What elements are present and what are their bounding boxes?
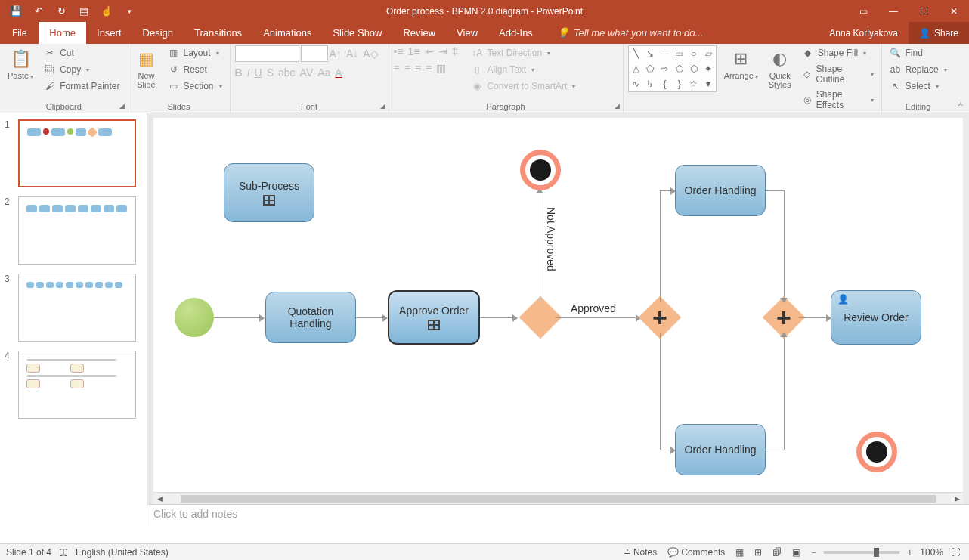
start-from-beginning-icon[interactable]: ▤: [74, 2, 94, 21]
increase-font-icon[interactable]: A↑: [330, 48, 342, 60]
convert-smartart-button[interactable]: ◉Convert to SmartArt▾: [468, 79, 578, 94]
collapse-ribbon-icon[interactable]: ㅅ: [957, 99, 964, 110]
slide-thumbnail-2[interactable]: [18, 196, 136, 265]
bpmn-task-order-handling-top[interactable]: Order Handling: [675, 165, 766, 216]
slide-thumbnail-3[interactable]: [18, 274, 136, 342]
qat-customize-icon[interactable]: ▾: [119, 2, 139, 21]
bpmn-task-review[interactable]: 👤 Review Order: [831, 290, 921, 345]
tell-me-search[interactable]: 💡 Tell me what you want to do...: [557, 22, 704, 44]
bpmn-terminate-end-event-final[interactable]: [856, 432, 897, 472]
underline-icon[interactable]: U: [255, 67, 262, 79]
fit-to-window-icon[interactable]: ⛶: [948, 547, 963, 558]
tab-transitions[interactable]: Transitions: [184, 22, 252, 44]
bpmn-task-approve[interactable]: Approve Order: [388, 290, 480, 345]
tab-slideshow[interactable]: Slide Show: [322, 22, 392, 44]
notes-pane[interactable]: Click to add notes: [147, 504, 969, 525]
char-spacing-icon[interactable]: AV: [300, 67, 314, 79]
zoom-in-icon[interactable]: +: [904, 547, 915, 558]
share-button[interactable]: 👤 Share: [909, 22, 969, 44]
shape-outline-button[interactable]: ◇Shape Outline▾: [799, 62, 877, 86]
scroll-right-icon[interactable]: ▶: [951, 493, 963, 505]
tab-review[interactable]: Review: [392, 22, 446, 44]
tab-insert[interactable]: Insert: [86, 22, 132, 44]
slideshow-view-icon[interactable]: ▣: [789, 547, 803, 558]
change-case-icon[interactable]: Aa: [317, 67, 330, 79]
bold-icon[interactable]: B: [235, 67, 243, 79]
bpmn-terminate-end-event[interactable]: [520, 150, 561, 190]
paragraph-launcher-icon[interactable]: ◢: [615, 102, 620, 110]
line-spacing-icon[interactable]: ‡: [452, 45, 458, 57]
font-size-input[interactable]: [301, 45, 328, 62]
spellcheck-icon[interactable]: 🕮: [59, 547, 68, 558]
maximize-icon[interactable]: ☐: [909, 0, 939, 22]
align-text-button[interactable]: ▯Align Text▾: [468, 62, 578, 77]
strikethrough-icon[interactable]: abc: [278, 67, 296, 79]
font-color-icon[interactable]: A: [335, 67, 342, 79]
tab-animations[interactable]: Animations: [252, 22, 322, 44]
slide-canvas[interactable]: Sub-Process Quotation Handling Approve O…: [153, 118, 963, 492]
normal-view-icon[interactable]: ▦: [732, 547, 747, 558]
decrease-font-icon[interactable]: A↓: [346, 48, 358, 60]
tab-view[interactable]: View: [446, 22, 488, 44]
signed-in-user[interactable]: Anna Korlyakova: [822, 28, 906, 39]
font-family-input[interactable]: [235, 45, 299, 62]
clipboard-launcher-icon[interactable]: ◢: [119, 102, 125, 110]
minimize-icon[interactable]: —: [878, 0, 909, 22]
align-center-icon[interactable]: ≡: [404, 62, 410, 74]
replace-button[interactable]: abReplace▾: [887, 62, 950, 77]
slide-thumbnail-1[interactable]: [18, 119, 136, 187]
align-left-icon[interactable]: ≡: [394, 62, 400, 74]
tab-addins[interactable]: Add-Ins: [488, 22, 543, 44]
paste-button[interactable]: 📋 Paste▾: [5, 45, 36, 81]
tab-file[interactable]: File: [0, 22, 39, 44]
shapes-gallery[interactable]: ╲↘—▭○▱ △⬠⇨⬠⬡✦ ∿↳{}☆▾: [628, 45, 717, 92]
align-right-icon[interactable]: ≡: [415, 62, 421, 74]
scroll-left-icon[interactable]: ◀: [153, 493, 166, 505]
redo-icon[interactable]: ↻: [51, 2, 71, 21]
format-painter-button[interactable]: 🖌Format Painter: [41, 79, 122, 94]
language-indicator[interactable]: English (United States): [76, 547, 169, 558]
cut-button[interactable]: ✂Cut: [41, 45, 122, 60]
tab-design[interactable]: Design: [132, 22, 184, 44]
bpmn-subprocess[interactable]: Sub-Process: [224, 163, 314, 222]
bpmn-start-event[interactable]: [175, 298, 214, 337]
shape-effects-button[interactable]: ◎Shape Effects▾: [799, 88, 877, 112]
bpmn-task-quotation[interactable]: Quotation Handling: [265, 292, 356, 343]
zoom-out-icon[interactable]: −: [808, 547, 819, 558]
text-direction-button[interactable]: ↕AText Direction▾: [468, 45, 578, 60]
new-slide-button[interactable]: ▦ New Slide: [133, 45, 160, 89]
increase-indent-icon[interactable]: ⇥: [438, 45, 447, 57]
shadow-icon[interactable]: S: [267, 67, 274, 79]
notes-button[interactable]: ≐Notes: [621, 547, 660, 558]
shape-fill-button[interactable]: ◆Shape Fill▾: [799, 45, 877, 60]
tab-home[interactable]: Home: [39, 22, 86, 44]
slide-thumbnail-4[interactable]: [18, 351, 136, 419]
horizontal-scrollbar[interactable]: ◀ ▶: [153, 492, 963, 504]
reading-view-icon[interactable]: 🗐: [769, 547, 785, 558]
font-launcher-icon[interactable]: ◢: [380, 102, 385, 110]
close-icon[interactable]: ✕: [939, 0, 969, 22]
columns-icon[interactable]: ▥: [436, 62, 446, 74]
comments-button[interactable]: 💬Comments: [664, 547, 728, 558]
numbering-icon[interactable]: 1≡: [408, 45, 420, 57]
layout-button[interactable]: ▥Layout▾: [165, 45, 225, 60]
select-button[interactable]: ↖Select▾: [887, 79, 950, 94]
undo-icon[interactable]: ↶: [29, 2, 48, 21]
justify-icon[interactable]: ≡: [426, 62, 432, 74]
bullets-icon[interactable]: •≡: [394, 45, 404, 57]
italic-icon[interactable]: I: [247, 67, 250, 79]
bpmn-task-order-handling-bottom[interactable]: Order Handling: [675, 424, 766, 475]
section-button[interactable]: ▭Section▾: [165, 79, 225, 94]
ribbon-display-icon[interactable]: ▭: [848, 0, 878, 22]
zoom-level[interactable]: 100%: [920, 547, 943, 558]
copy-button[interactable]: ⿻Copy▾: [41, 62, 122, 77]
slide-counter[interactable]: Slide 1 of 4: [6, 547, 51, 558]
slide-sorter-view-icon[interactable]: ⊞: [751, 547, 765, 558]
decrease-indent-icon[interactable]: ⇤: [425, 45, 434, 57]
touch-mode-icon[interactable]: ☝: [97, 2, 116, 21]
reset-button[interactable]: ↺Reset: [165, 62, 225, 77]
quick-styles-button[interactable]: ◐ Quick Styles: [766, 45, 794, 89]
clear-formatting-icon[interactable]: A◇: [363, 48, 378, 60]
save-icon[interactable]: 💾: [6, 2, 26, 21]
find-button[interactable]: 🔍Find: [887, 45, 950, 60]
